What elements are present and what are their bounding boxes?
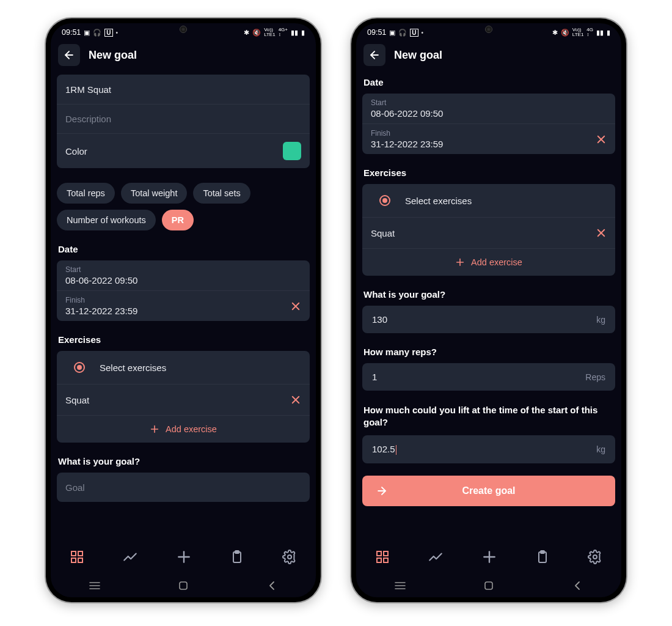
start-date-row[interactable]: Start 08-06-2022 09:50 [362, 94, 615, 123]
goal-color-row[interactable]: Color [57, 133, 310, 168]
status-time: 09:51 [367, 28, 386, 37]
dashboard-icon [375, 550, 390, 564]
app-header: New goal [356, 39, 621, 75]
android-recents[interactable] [395, 580, 406, 591]
battery-icon: ▮ [301, 29, 305, 37]
svg-rect-19 [180, 582, 187, 589]
close-icon [290, 301, 301, 312]
add-exercise-button[interactable]: Add exercise [362, 248, 615, 276]
dashboard-icon [70, 550, 84, 564]
android-home[interactable] [483, 580, 494, 591]
signal-icon: ▮▮ [596, 29, 604, 37]
chart-line-icon [428, 549, 444, 565]
finish-label: Finish [65, 296, 137, 304]
goal-description-placeholder: Description [65, 114, 111, 124]
create-goal-button[interactable]: Create goal [362, 476, 615, 506]
gallery-icon: ▣ [84, 29, 90, 37]
svg-rect-8 [78, 551, 82, 556]
svg-rect-30 [377, 558, 381, 562]
battery-icon: ▮ [607, 29, 610, 37]
back-button[interactable] [58, 44, 80, 66]
start-value: 08-06-2022 09:50 [371, 108, 443, 119]
clear-finish-button[interactable] [290, 301, 301, 312]
tab-dashboard[interactable] [70, 550, 84, 564]
back-button[interactable] [363, 44, 385, 66]
chevron-left-icon [268, 581, 276, 591]
baseline-value-input[interactable]: 102.5 kg [362, 435, 615, 463]
goal-value-input[interactable]: 130 kg [362, 306, 615, 333]
mute-icon: 🔇 [561, 29, 569, 37]
clipboard-icon [230, 550, 244, 564]
close-icon [596, 227, 607, 238]
goal-value-input[interactable]: Goal [57, 473, 310, 502]
select-exercises-row[interactable]: Select exercises [57, 351, 310, 384]
more-icon: • [422, 29, 424, 36]
bluetooth-icon: ✱ [244, 29, 249, 37]
tab-settings[interactable] [588, 550, 602, 564]
android-recents[interactable] [89, 580, 100, 591]
chip-total-reps[interactable]: Total reps [57, 183, 115, 204]
reps-value-input[interactable]: 1 Reps [362, 363, 615, 391]
network-type-icon: 4G↕ [586, 28, 593, 37]
close-icon [290, 394, 301, 405]
volte-icon: Vo))LTE1 [264, 28, 276, 37]
goal-description-input[interactable]: Description [57, 104, 310, 133]
tab-add[interactable] [481, 549, 497, 565]
exercise-name: Squat [371, 228, 395, 238]
chip-number-workouts[interactable]: Number of workouts [57, 210, 156, 230]
tab-add[interactable] [176, 549, 192, 565]
android-back[interactable] [266, 580, 277, 591]
mute-icon: 🔇 [252, 29, 261, 37]
chip-total-weight[interactable]: Total weight [121, 183, 188, 204]
add-exercise-button[interactable]: Add exercise [57, 415, 310, 443]
bluetooth-icon: ✱ [552, 29, 558, 37]
finish-value: 31-12-2022 23:59 [65, 306, 137, 316]
svg-point-36 [593, 555, 597, 559]
remove-exercise-button[interactable] [290, 394, 301, 405]
android-back[interactable] [572, 580, 583, 591]
finish-date-row[interactable]: Finish 31-12-2022 23:59 [362, 123, 615, 154]
home-icon [178, 581, 188, 591]
tab-history[interactable] [535, 550, 550, 564]
goal-name-value: 1RM Squat [65, 84, 111, 95]
clear-finish-button[interactable] [596, 134, 607, 145]
status-time: 09:51 [62, 28, 81, 37]
goal-unit: kg [596, 315, 605, 325]
reps-unit: Reps [585, 372, 605, 382]
goal-name-input[interactable]: 1RM Squat [57, 75, 310, 104]
goal-value: 130 [372, 314, 387, 325]
svg-rect-10 [78, 558, 82, 562]
tab-dashboard[interactable] [375, 550, 390, 564]
exercise-item-row[interactable]: Squat [362, 217, 615, 248]
date-card: Start 08-06-2022 09:50 Finish 31-12-2022… [57, 260, 310, 321]
android-nav-bar [356, 574, 621, 597]
goal-type-chips: Total reps Total weight Total sets Numbe… [57, 183, 310, 230]
chip-total-sets[interactable]: Total sets [193, 183, 250, 204]
color-label: Color [65, 146, 87, 156]
u-icon: U [410, 29, 418, 37]
tab-progress[interactable] [428, 549, 444, 565]
finish-label: Finish [371, 129, 443, 138]
exercises-section-label: Exercises [58, 334, 309, 345]
android-home[interactable] [178, 580, 189, 591]
camera-hole [180, 26, 187, 33]
create-goal-label: Create goal [462, 485, 515, 496]
arrow-right-icon [376, 485, 388, 497]
tab-settings[interactable] [282, 550, 297, 564]
tab-history[interactable] [230, 550, 244, 564]
finish-date-row[interactable]: Finish 31-12-2022 23:59 [57, 290, 310, 321]
camera-hole [485, 26, 492, 33]
remove-exercise-button[interactable] [596, 227, 607, 238]
volte-icon: Vo))LTE1 [572, 28, 584, 37]
goal-placeholder: Goal [65, 482, 85, 493]
plus-icon [481, 549, 497, 565]
exercise-item-row[interactable]: Squat [57, 384, 310, 415]
start-value: 08-06-2022 09:50 [65, 275, 137, 285]
goal-basic-card: 1RM Squat Description Color [57, 75, 310, 168]
goal-question-label: What is your goal? [58, 456, 309, 466]
tab-progress[interactable] [122, 549, 138, 565]
exercise-name: Squat [65, 395, 89, 405]
start-date-row[interactable]: Start 08-06-2022 09:50 [57, 260, 310, 290]
select-exercises-row[interactable]: Select exercises [362, 184, 615, 217]
chip-pr[interactable]: PR [162, 210, 194, 230]
